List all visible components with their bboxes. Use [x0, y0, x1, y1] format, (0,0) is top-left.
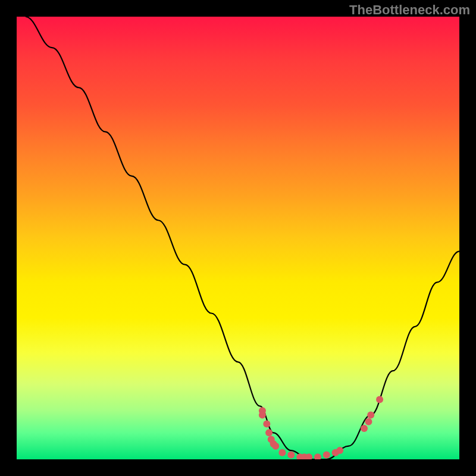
data-marker: [278, 449, 286, 456]
watermark-text: TheBottleneck.com: [349, 2, 470, 18]
data-marker: [263, 420, 270, 427]
data-marker: [287, 452, 295, 459]
data-marker: [272, 443, 279, 450]
data-marker: [259, 412, 266, 419]
bottleneck-curve-line: [26, 17, 459, 459]
data-marker: [361, 425, 368, 432]
data-marker: [367, 412, 374, 419]
data-markers-group: [259, 396, 383, 459]
data-marker: [376, 396, 383, 403]
chart-plot-area: [17, 17, 459, 459]
data-marker: [265, 429, 273, 436]
data-marker: [336, 447, 343, 454]
data-marker: [323, 452, 330, 459]
chart-svg: [17, 17, 459, 459]
data-marker: [365, 418, 372, 425]
data-marker: [314, 453, 321, 459]
